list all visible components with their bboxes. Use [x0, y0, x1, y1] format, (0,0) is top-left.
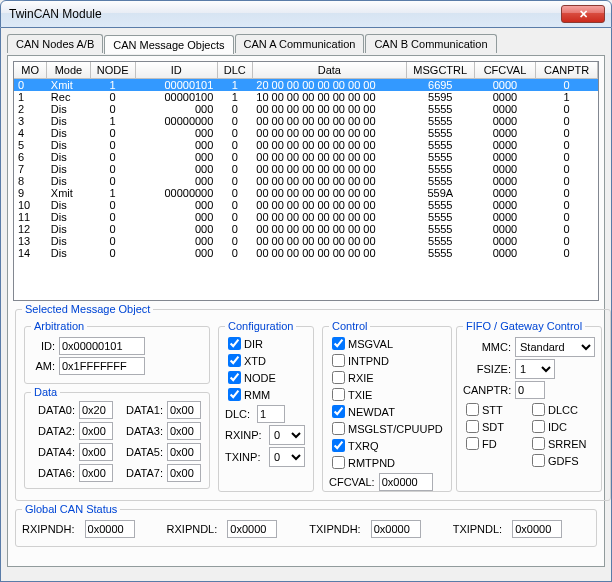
fifo-group: FIFO / Gateway Control MMC: Standard FSI…: [456, 320, 602, 492]
rmm-checkbox[interactable]: RMM: [227, 387, 270, 402]
txipndl-label: TXIPNDL:: [453, 523, 503, 535]
txipndl-input[interactable]: [512, 520, 562, 538]
table-cell: 00000000: [135, 115, 217, 127]
table-row[interactable]: 13Dis0000000 00 00 00 00 00 00 005555000…: [14, 235, 598, 247]
table-cell: 1: [217, 79, 252, 92]
message-object-grid[interactable]: MOModeNODEIDDLCDataMSGCTRLCFCVALCANPTR 0…: [13, 61, 599, 301]
rxipndl-input[interactable]: [227, 520, 277, 538]
table-cell: 00 00 00 00 00 00 00 00: [252, 223, 406, 235]
dlcc-checkbox[interactable]: DLCC: [531, 402, 593, 417]
table-row[interactable]: 14Dis0000000 00 00 00 00 00 00 005555000…: [14, 247, 598, 259]
msgval-checkbox[interactable]: MSGVAL: [331, 336, 393, 351]
tab-can-b-comm[interactable]: CAN B Communication: [365, 34, 496, 53]
data-byte-input[interactable]: [167, 422, 201, 440]
data-byte-input[interactable]: [79, 401, 113, 419]
arbitration-am-input[interactable]: [59, 357, 145, 375]
rxipndh-input[interactable]: [85, 520, 135, 538]
table-cell: Dis: [47, 223, 90, 235]
table-cell: 00 00 00 00 00 00 00 00: [252, 247, 406, 259]
table-cell: 0: [90, 199, 135, 211]
data-byte-input[interactable]: [167, 464, 201, 482]
fd-checkbox[interactable]: FD: [465, 436, 527, 451]
rxinp-select[interactable]: 0: [269, 425, 305, 445]
table-row[interactable]: 5Dis0000000 00 00 00 00 00 00 0055550000…: [14, 139, 598, 151]
data-byte-label: DATA1:: [119, 404, 163, 416]
tab-can-nodes[interactable]: CAN Nodes A/B: [7, 34, 103, 53]
node-checkbox[interactable]: NODE: [227, 370, 276, 385]
table-row[interactable]: 11Dis0000000 00 00 00 00 00 00 005555000…: [14, 211, 598, 223]
table-cell: 0000: [474, 247, 536, 259]
table-cell: 0: [217, 127, 252, 139]
column-header[interactable]: ID: [135, 62, 217, 79]
newdat-checkbox[interactable]: NEWDAT: [331, 404, 395, 419]
table-row[interactable]: 12Dis0000000 00 00 00 00 00 00 005555000…: [14, 223, 598, 235]
mmc-select[interactable]: Standard: [515, 337, 595, 357]
column-header[interactable]: CFCVAL: [474, 62, 536, 79]
srren-checkbox[interactable]: SRREN: [531, 436, 593, 451]
txipndh-input[interactable]: [371, 520, 421, 538]
data-byte-label: DATA6:: [31, 467, 75, 479]
xtd-checkbox[interactable]: XTD: [227, 353, 266, 368]
table-cell: 5555: [406, 211, 474, 223]
close-button[interactable]: ✕: [561, 5, 605, 23]
table-cell: 5555: [406, 199, 474, 211]
fsize-select[interactable]: 1: [515, 359, 555, 379]
gdfs-checkbox[interactable]: GDFS: [531, 453, 593, 468]
table-row[interactable]: 8Dis0000000 00 00 00 00 00 00 0055550000…: [14, 175, 598, 187]
data-byte-input[interactable]: [167, 443, 201, 461]
dlc-input[interactable]: [257, 405, 285, 423]
cfcval-input[interactable]: [379, 473, 433, 491]
column-header[interactable]: CANPTR: [536, 62, 598, 79]
table-cell: 5555: [406, 103, 474, 115]
data-byte-input[interactable]: [79, 443, 113, 461]
column-header[interactable]: Mode: [47, 62, 90, 79]
canptr-input[interactable]: [515, 381, 545, 399]
table-row[interactable]: 6Dis0000000 00 00 00 00 00 00 0055550000…: [14, 151, 598, 163]
table-row[interactable]: 9Xmit100000000000 00 00 00 00 00 00 0055…: [14, 187, 598, 199]
table-cell: 0000: [474, 139, 536, 151]
sdt-checkbox[interactable]: SDT: [465, 419, 527, 434]
table-cell: 0: [217, 175, 252, 187]
column-header[interactable]: MO: [14, 62, 47, 79]
txrq-checkbox[interactable]: TXRQ: [331, 438, 379, 453]
rxie-checkbox[interactable]: RXIE: [331, 370, 374, 385]
table-cell: 0: [90, 175, 135, 187]
table-cell: 0: [217, 223, 252, 235]
table-cell: 0: [536, 223, 598, 235]
table-cell: 0: [14, 79, 47, 92]
table-row[interactable]: 3Dis100000000000 00 00 00 00 00 00 00555…: [14, 115, 598, 127]
data-byte-input[interactable]: [79, 422, 113, 440]
table-cell: 6: [14, 151, 47, 163]
tab-can-a-comm[interactable]: CAN A Communication: [235, 34, 365, 53]
table-row[interactable]: 1Rec000000100110 00 00 00 00 00 00 00559…: [14, 91, 598, 103]
txinp-select[interactable]: 0: [269, 447, 305, 467]
stt-checkbox[interactable]: STT: [465, 402, 527, 417]
table-row[interactable]: 0Xmit100000101120 00 00 00 00 00 00 0066…: [14, 79, 598, 92]
table-cell: 00 00 00 00 00 00 00 00: [252, 127, 406, 139]
table-cell: 000: [135, 139, 217, 151]
column-header[interactable]: MSGCTRL: [406, 62, 474, 79]
dir-checkbox[interactable]: DIR: [227, 336, 263, 351]
intpnd-checkbox[interactable]: INTPND: [331, 353, 389, 368]
table-row[interactable]: 10Dis0000000 00 00 00 00 00 00 005555000…: [14, 199, 598, 211]
global-can-status-group: Global CAN Status RXIPNDH: RXIPNDL: TXIP…: [15, 503, 597, 547]
idc-checkbox[interactable]: IDC: [531, 419, 593, 434]
table-cell: 0: [536, 79, 598, 92]
table-cell: 0: [90, 211, 135, 223]
table-cell: 5555: [406, 139, 474, 151]
selected-message-object-group: Selected Message Object Arbitration ID: …: [15, 303, 611, 501]
data-byte-label: DATA4:: [31, 446, 75, 458]
column-header[interactable]: Data: [252, 62, 406, 79]
rmtpnd-checkbox[interactable]: RMTPND: [331, 455, 395, 470]
table-row[interactable]: 7Dis0000000 00 00 00 00 00 00 0055550000…: [14, 163, 598, 175]
data-byte-input[interactable]: [79, 464, 113, 482]
table-row[interactable]: 4Dis0000000 00 00 00 00 00 00 0055550000…: [14, 127, 598, 139]
table-row[interactable]: 2Dis0000000 00 00 00 00 00 00 0055550000…: [14, 103, 598, 115]
tab-can-message-objects[interactable]: CAN Message Objects: [104, 35, 233, 54]
msglst-checkbox[interactable]: MSGLST/CPUUPD: [331, 421, 443, 436]
txie-checkbox[interactable]: TXIE: [331, 387, 372, 402]
data-byte-input[interactable]: [167, 401, 201, 419]
column-header[interactable]: DLC: [217, 62, 252, 79]
column-header[interactable]: NODE: [90, 62, 135, 79]
arbitration-id-input[interactable]: [59, 337, 145, 355]
